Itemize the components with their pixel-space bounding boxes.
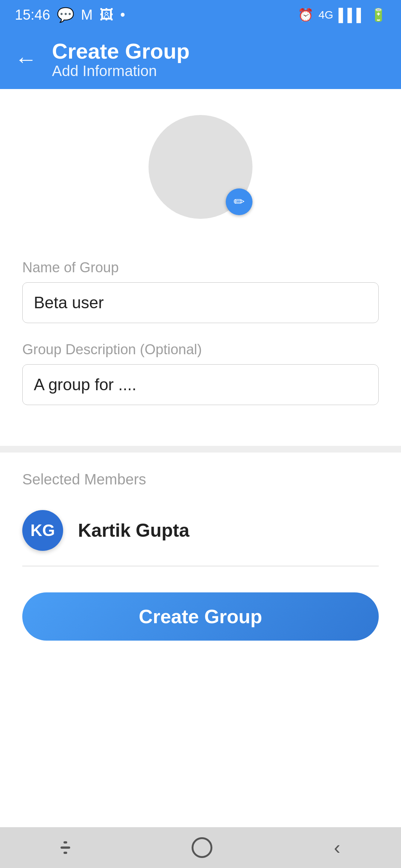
page-subtitle: Add Information bbox=[52, 63, 190, 79]
status-bar: 15:46 💬 M 🖼 • ⏰ 4G ▌▌▌ 🔋 bbox=[0, 0, 401, 30]
section-divider bbox=[0, 446, 401, 453]
page-title: Create Group bbox=[52, 39, 190, 63]
member-avatar: KG bbox=[22, 510, 63, 551]
create-group-label: Create Group bbox=[139, 605, 262, 628]
create-btn-section: Create Group bbox=[0, 592, 401, 663]
desc-label: Group Description (Optional) bbox=[22, 342, 379, 358]
members-section-title: Selected Members bbox=[22, 471, 379, 488]
create-group-button[interactable]: Create Group bbox=[22, 592, 379, 641]
group-description-input[interactable] bbox=[22, 364, 379, 405]
edit-avatar-button[interactable]: ✏ bbox=[226, 188, 252, 215]
status-right: ⏰ 4G ▌▌▌ 🔋 bbox=[298, 7, 386, 22]
pencil-icon: ✏ bbox=[234, 194, 245, 210]
dot-status-icon: • bbox=[120, 7, 125, 23]
member-initials: KG bbox=[30, 521, 55, 540]
back-button[interactable]: ← bbox=[15, 48, 37, 70]
member-divider bbox=[22, 566, 379, 566]
menu-nav-button[interactable] bbox=[61, 841, 70, 854]
signal-icon: ▌▌▌ bbox=[339, 8, 365, 22]
home-circle-icon bbox=[192, 837, 212, 858]
form-section: Name of Group Group Description (Optiona… bbox=[0, 241, 401, 446]
mail-status-icon: M bbox=[81, 7, 93, 23]
back-nav-button[interactable]: ‹ bbox=[334, 836, 340, 859]
avatar-container: ✏ bbox=[149, 115, 252, 219]
member-item: KG Kartik Gupta bbox=[22, 503, 379, 566]
gallery-status-icon: 🖼 bbox=[100, 7, 114, 23]
battery-icon: 🔋 bbox=[371, 7, 386, 22]
home-nav-button[interactable] bbox=[192, 837, 212, 858]
bottom-fill bbox=[0, 663, 401, 834]
status-left: 15:46 💬 M 🖼 • bbox=[15, 7, 125, 23]
chat-status-icon: 💬 bbox=[57, 7, 74, 23]
member-name: Kartik Gupta bbox=[78, 520, 189, 541]
avatar-section: ✏ bbox=[0, 89, 401, 241]
alarm-icon: ⏰ bbox=[298, 7, 313, 22]
menu-bars-icon bbox=[61, 841, 70, 854]
time-display: 15:46 bbox=[15, 7, 50, 23]
app-bar: ← Create Group Add Information bbox=[0, 30, 401, 89]
back-arrow-icon: ‹ bbox=[334, 836, 340, 859]
nav-bar: ‹ bbox=[0, 827, 401, 868]
name-label: Name of Group bbox=[22, 260, 379, 276]
app-bar-titles: Create Group Add Information bbox=[52, 39, 190, 80]
members-section: Selected Members KG Kartik Gupta bbox=[0, 453, 401, 592]
network-icon: 4G bbox=[319, 9, 333, 21]
group-name-input[interactable] bbox=[22, 282, 379, 323]
